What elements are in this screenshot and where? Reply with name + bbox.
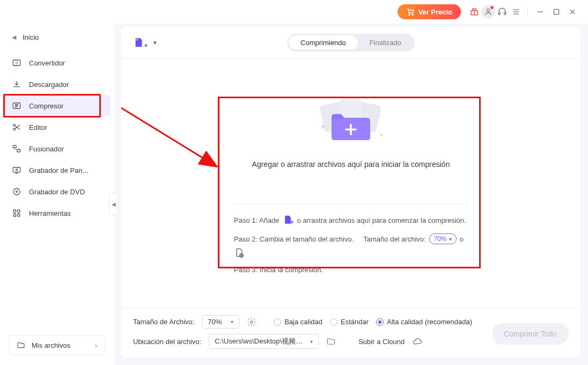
file-gear-icon[interactable] (234, 247, 245, 258)
chevron-down-icon: ▾ (231, 319, 233, 325)
file-location-label: Ubicación del archivo: (133, 338, 201, 346)
step-2-percent-pill[interactable]: 70% ▾ (429, 233, 457, 244)
svg-rect-25 (13, 214, 16, 217)
sidebar-item-label: Compresor (29, 102, 63, 110)
radio-label: Alta calidad (recomendada) (387, 318, 472, 326)
radio-high-quality[interactable]: Alta calidad (recomendada) (376, 318, 472, 326)
sidebar-item-herramientas[interactable]: Herramientas (5, 202, 111, 224)
open-folder-icon[interactable] (326, 337, 336, 346)
maximize-button[interactable] (548, 4, 564, 20)
add-file-icon[interactable]: + (283, 214, 294, 226)
svg-rect-19 (13, 167, 20, 172)
tab-finished[interactable]: Finalizado (358, 35, 413, 50)
svg-point-35 (240, 254, 244, 258)
sidebar-home-label: Inicio (23, 33, 39, 41)
step-2-text-b: Tamaño del archivo: (363, 235, 425, 243)
annotation-arrow-icon (121, 105, 229, 174)
steps: Paso 1: Añade + o arrastra archivos aquí… (234, 204, 468, 274)
close-button[interactable] (564, 4, 580, 20)
tab-compressing[interactable]: Comprimiendo (289, 35, 358, 50)
sidebar-item-label: Convertidor (29, 59, 65, 67)
svg-point-34 (378, 115, 380, 117)
download-icon (12, 79, 21, 89)
sidebar-item-grabador-dvd[interactable]: Grabador de DVD (5, 181, 111, 202)
sidebar-item-editor[interactable]: Editor (5, 116, 111, 138)
svg-rect-24 (18, 210, 20, 213)
tabs: Comprimiendo Finalizado (287, 34, 415, 52)
compress-all-button[interactable]: Comprimir Todo (492, 323, 569, 345)
svg-line-38 (121, 108, 216, 166)
step-1: Paso 1: Añade + o arrastra archivos aquí… (234, 214, 468, 226)
sidebar-item-grabador-pan[interactable]: Grabador de Pan... (5, 159, 111, 181)
step-3: Paso 3: Inicia la compresión. (234, 266, 468, 274)
upload-cloud-label: Subir a Clound (358, 338, 405, 346)
svg-rect-5 (504, 12, 506, 15)
tab-label: Finalizado (370, 39, 401, 47)
converter-icon (12, 58, 21, 68)
file-size-select[interactable]: 70% ▾ (202, 315, 239, 328)
drop-zone-text: Agregar o arrastrar archivos aquí para i… (252, 160, 450, 169)
merge-icon (12, 144, 21, 154)
chevron-right-icon: › (95, 341, 97, 349)
step-2: Paso 2: Cambia el tamaño del archivo. Ta… (234, 233, 468, 258)
settings-gear-icon[interactable] (247, 317, 256, 327)
svg-rect-23 (13, 210, 16, 213)
compressor-icon (12, 101, 21, 111)
headset-icon[interactable] (495, 5, 509, 19)
file-size-value: 70% (208, 318, 222, 326)
sidebar: ◀ Inicio Convertidor Descargador Compres… (0, 24, 114, 365)
user-avatar-icon[interactable] (481, 5, 495, 19)
svg-rect-10 (554, 10, 559, 14)
radio-label: Estándar (341, 318, 369, 326)
my-files-label: Mis archivos (32, 341, 70, 349)
sidebar-item-compresor[interactable]: Compresor (5, 95, 111, 116)
sidebar-home[interactable]: ◀ Inicio (5, 29, 111, 46)
radio-standard-quality[interactable]: Estándar (330, 318, 369, 326)
sidebar-item-label: Editor (29, 123, 47, 132)
step-3-text: Paso 3: Inicia la compresión. (234, 266, 323, 274)
chevron-down-icon: ▾ (449, 236, 452, 242)
price-button[interactable]: Ver Precio (398, 4, 461, 19)
chevron-down-icon: ▾ (310, 339, 313, 345)
tab-label: Comprimiendo (300, 39, 346, 47)
compress-all-label: Comprimir Todo (504, 330, 557, 338)
svg-rect-26 (18, 214, 20, 217)
sidebar-item-descargador[interactable]: Descargador (5, 74, 111, 95)
my-files-button[interactable]: Mis archivos › (9, 335, 105, 355)
panel-toolbar: + ▾ Comprimiendo Finalizado (121, 27, 580, 59)
drop-zone[interactable]: Agregar o arrastrar archivos aquí para i… (229, 91, 473, 169)
svg-point-22 (16, 191, 18, 193)
chevron-left-icon: ◀ (12, 34, 16, 41)
sidebar-item-label: Herramientas (29, 209, 71, 217)
disc-icon (12, 187, 21, 196)
file-location-select[interactable]: C:\Users\ws\Desktop\视频图片 ▾ (209, 334, 319, 349)
svg-point-1 (412, 14, 413, 15)
scissors-icon (12, 122, 21, 132)
step-2-or: o (460, 235, 464, 243)
svg-rect-18 (17, 150, 20, 152)
folder-icon (17, 341, 25, 349)
sidebar-item-convertidor[interactable]: Convertidor (5, 52, 111, 74)
titlebar: Ver Precio (0, 0, 588, 24)
sidebar-item-fusionador[interactable]: Fusionador (5, 138, 111, 159)
svg-point-39 (251, 320, 253, 323)
radio-low-quality[interactable]: Baja calidad (274, 318, 322, 326)
add-file-button[interactable]: + ▾ (133, 36, 157, 49)
radio-label: Baja calidad (284, 318, 322, 326)
cloud-icon[interactable] (412, 336, 423, 347)
minimize-button[interactable] (532, 4, 548, 20)
step-1-text-b: o arrastra archivos aquí para comenzar l… (297, 216, 466, 224)
screen-recorder-icon (12, 165, 21, 175)
panel-bottom-bar: Tamaño de Archivo: 70% ▾ Baja calidad Es… (121, 308, 580, 357)
gift-icon[interactable] (467, 5, 481, 19)
sidebar-item-label: Grabador de DVD (29, 188, 85, 196)
menu-icon[interactable] (509, 5, 523, 19)
folder-illustration (303, 91, 399, 150)
compressor-panel: + ▾ Comprimiendo Finalizado (121, 27, 580, 357)
tools-icon (12, 208, 21, 218)
file-location-value: C:\Users\ws\Desktop\视频图片 (215, 337, 306, 346)
main-area: + ▾ Comprimiendo Finalizado (114, 24, 588, 365)
svg-point-21 (13, 188, 20, 195)
step-2-percent-value: 70% (434, 235, 447, 243)
svg-point-20 (16, 169, 18, 171)
